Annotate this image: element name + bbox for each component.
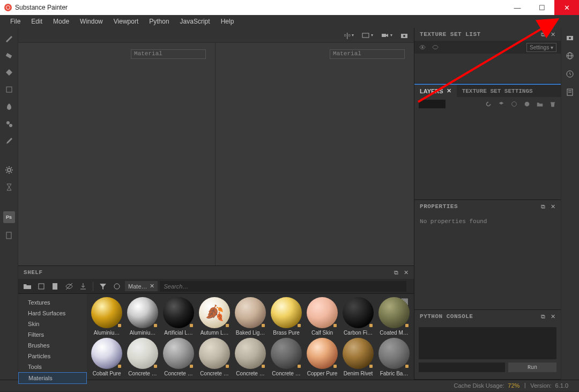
shelf-title: SHELF <box>24 269 43 276</box>
camera-photo-icon[interactable] <box>400 31 409 40</box>
cat-filters[interactable]: Filters <box>18 329 87 340</box>
material-item[interactable]: Brass Pure <box>270 297 303 336</box>
menu-mode[interactable]: Mode <box>48 16 74 27</box>
folder-icon[interactable] <box>21 280 33 292</box>
history-icon[interactable] <box>566 70 574 80</box>
tsl-settings-dropdown[interactable]: Settings ▾ <box>526 43 556 52</box>
document-icon[interactable] <box>4 231 14 240</box>
material-item[interactable]: Calf Skin <box>306 297 339 336</box>
folder-layer-icon[interactable] <box>536 100 544 108</box>
eye-icon[interactable] <box>419 43 426 51</box>
material-item[interactable]: Aluminiu… <box>90 297 123 336</box>
cat-hard-surfaces[interactable]: Hard Surfaces <box>18 308 87 319</box>
menu-python[interactable]: Python <box>144 16 174 27</box>
cat-particles[interactable]: Particles <box>18 351 87 361</box>
svg-rect-13 <box>53 283 57 290</box>
shelf-toolbar: Mate…✕ <box>18 279 414 294</box>
maximize-button[interactable]: ☐ <box>530 0 554 15</box>
shelf-close-icon[interactable]: ✕ <box>404 269 409 276</box>
material-item[interactable]: Concrete … <box>162 338 195 376</box>
tab-close-icon[interactable]: ✕ <box>447 87 451 94</box>
menu-help[interactable]: Help <box>216 16 239 27</box>
tab-layers[interactable]: LAYERS✕ <box>414 85 457 97</box>
material-item[interactable]: Coated M… <box>377 297 411 336</box>
cat-skin[interactable]: Skin <box>18 319 87 329</box>
material-item[interactable]: Concrete … <box>270 338 303 376</box>
material-label-2d[interactable]: Material <box>330 49 405 59</box>
cat-textures[interactable]: Textures <box>18 297 87 308</box>
menu-file[interactable]: File <box>5 16 25 27</box>
save-icon[interactable] <box>49 280 61 292</box>
python-console-input[interactable] <box>419 327 556 359</box>
viewports[interactable]: Material Material <box>18 43 414 265</box>
viewport-3d[interactable]: Material <box>18 43 216 265</box>
camera-icon[interactable] <box>566 33 574 44</box>
tab-texture-set-settings[interactable]: TEXTURE SET SETTINGS <box>457 85 538 97</box>
clone-tool-icon[interactable] <box>4 119 14 129</box>
hide-icon[interactable] <box>63 280 75 292</box>
cat-tools[interactable]: Tools <box>18 361 87 372</box>
eraser-tool-icon[interactable] <box>4 50 14 60</box>
blend-mode-dropdown[interactable] <box>419 100 446 108</box>
material-item[interactable]: Carbon Fi… <box>342 297 375 336</box>
tsl-popout-icon[interactable]: ⧉ <box>541 31 545 38</box>
polygon-fill-tool-icon[interactable] <box>4 85 14 94</box>
svg-rect-12 <box>39 284 44 289</box>
material-item[interactable]: Concrete … <box>234 338 267 376</box>
material-item[interactable]: Copper Pure <box>306 338 339 376</box>
effect-icon[interactable] <box>523 100 531 108</box>
shelf-popout-icon[interactable]: ⧉ <box>394 269 398 276</box>
camera-video-icon[interactable]: ▾ <box>381 31 392 40</box>
smudge-tool-icon[interactable] <box>4 102 14 112</box>
filter-tag[interactable]: Mate…✕ <box>125 281 157 291</box>
py-popout-icon[interactable]: ⧉ <box>541 313 545 320</box>
projection-tool-icon[interactable] <box>4 68 14 77</box>
material-label-3d[interactable]: Material <box>131 49 206 59</box>
props-popout-icon[interactable]: ⧉ <box>541 203 545 210</box>
minimize-button[interactable]: — <box>505 0 530 15</box>
material-item[interactable]: Aluminiu… <box>126 297 159 336</box>
globe-icon[interactable] <box>566 51 574 62</box>
material-item[interactable]: Concrete … <box>198 338 231 376</box>
circle-icon[interactable] <box>111 280 123 292</box>
material-item[interactable]: Cobalt Pure <box>90 338 123 376</box>
py-close-icon[interactable]: ✕ <box>551 313 555 320</box>
material-item[interactable]: Denim Rivet <box>342 338 375 376</box>
gear-icon[interactable] <box>4 165 14 175</box>
brush-tool-icon[interactable] <box>4 33 14 43</box>
menu-edit[interactable]: Edit <box>26 16 47 27</box>
title-bar: Substance Painter — ☐ ✕ <box>0 0 579 15</box>
add-layer-icon[interactable] <box>498 100 505 108</box>
left-toolbar: Ps <box>0 28 18 380</box>
material-item[interactable]: Fabric Ba… <box>377 338 411 376</box>
cat-brushes[interactable]: Brushes <box>18 340 87 351</box>
eye-outline-icon[interactable] <box>432 43 439 51</box>
mask-icon[interactable] <box>510 100 518 108</box>
hourglass-icon[interactable] <box>4 182 14 192</box>
log-icon[interactable] <box>566 88 574 99</box>
svg-marker-17 <box>499 102 504 105</box>
python-run-button[interactable]: Run <box>508 363 556 372</box>
menu-window[interactable]: Window <box>75 16 108 27</box>
menu-javascript[interactable]: JavaScript <box>175 16 215 27</box>
material-picker-icon[interactable] <box>4 136 14 146</box>
viewport-2d[interactable]: Material <box>217 43 414 265</box>
reload-icon[interactable] <box>485 100 492 108</box>
filter-icon[interactable] <box>97 280 109 292</box>
material-item[interactable]: Artificial L… <box>162 297 195 336</box>
material-item[interactable]: Baked Lig… <box>234 297 267 336</box>
symmetry-icon[interactable]: ▫|▫ ▾ <box>344 31 354 39</box>
material-item[interactable]: 🍂Autumn L… <box>198 297 231 336</box>
props-close-icon[interactable]: ✕ <box>551 203 555 210</box>
ps-icon[interactable]: Ps <box>3 211 15 223</box>
material-item[interactable]: Concrete … <box>126 338 159 376</box>
close-button[interactable]: ✕ <box>554 0 579 15</box>
new-icon[interactable] <box>35 280 47 292</box>
tsl-close-icon[interactable]: ✕ <box>551 31 555 38</box>
cat-materials[interactable]: Materials <box>18 372 87 384</box>
shelf-search-input[interactable] <box>160 281 406 292</box>
trash-icon[interactable] <box>549 100 556 108</box>
perspective-icon[interactable]: ▾ <box>361 31 373 40</box>
import-icon[interactable] <box>77 280 89 292</box>
menu-viewport[interactable]: Viewport <box>109 16 143 27</box>
